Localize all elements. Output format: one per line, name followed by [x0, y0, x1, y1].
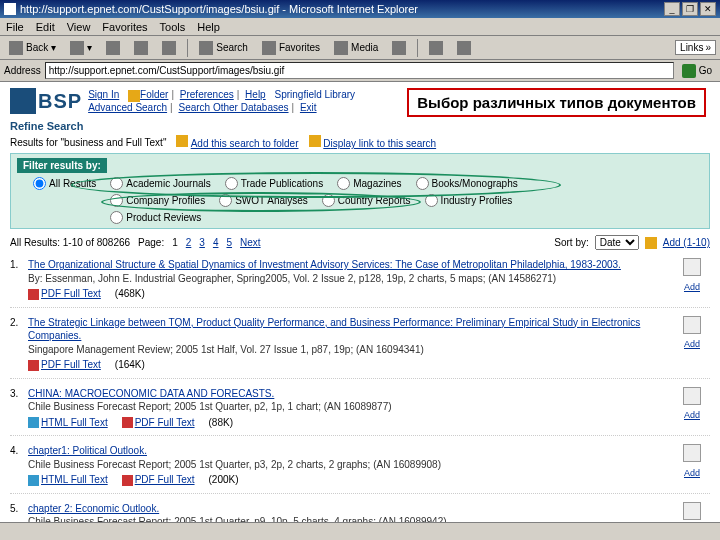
media-button[interactable]: Media: [329, 39, 383, 57]
menu-help[interactable]: Help: [197, 21, 220, 33]
toolbar: Back▾ ▾ Search Favorites Media Links»: [0, 36, 720, 60]
result-title-link[interactable]: The Organizational Structure & Spatial D…: [28, 259, 621, 270]
minimize-button[interactable]: _: [664, 2, 680, 16]
window-titlebar: http://support.epnet.com/CustSupport/ima…: [0, 0, 720, 18]
result-title-link[interactable]: CHINA: MACROECONOMIC DATA AND FORECASTS.: [28, 388, 274, 399]
add-to-folder-button[interactable]: [683, 502, 701, 520]
file-size: (200K): [209, 474, 239, 485]
link-icon: [309, 135, 321, 147]
back-button[interactable]: Back▾: [4, 39, 61, 57]
search-other-db-link[interactable]: Search Other Databases: [178, 102, 288, 113]
paging-row: All Results: 1-10 of 808266 Page: 1 2 3 …: [10, 235, 710, 250]
print-button[interactable]: [452, 39, 476, 57]
folder-icon: [128, 90, 140, 102]
signin-link[interactable]: Sign In: [88, 89, 119, 100]
menu-tools[interactable]: Tools: [160, 21, 186, 33]
page-3[interactable]: 3: [199, 237, 205, 248]
menu-file[interactable]: File: [6, 21, 24, 33]
add-link[interactable]: Add: [684, 339, 700, 349]
result-number: 1.: [10, 258, 28, 301]
stop-icon: [106, 41, 120, 55]
address-label: Address: [4, 65, 41, 76]
mail-button[interactable]: [424, 39, 448, 57]
menu-view[interactable]: View: [67, 21, 91, 33]
maximize-button[interactable]: ❐: [682, 2, 698, 16]
window-title: http://support.epnet.com/CustSupport/ima…: [20, 3, 418, 15]
add-to-folder-button[interactable]: [683, 316, 701, 334]
menu-edit[interactable]: Edit: [36, 21, 55, 33]
html-icon: [28, 417, 39, 428]
pdf-icon: [28, 289, 39, 300]
go-button[interactable]: Go: [678, 63, 716, 79]
results-for-row: Results for "business and Full Text" Add…: [10, 135, 710, 149]
filter-country-reports[interactable]: Country Reports: [322, 194, 411, 207]
favorites-button[interactable]: Favorites: [257, 39, 325, 57]
add-to-folder-button[interactable]: [683, 258, 701, 276]
folder-link[interactable]: Folder: [140, 89, 168, 100]
add-to-folder-button[interactable]: [683, 444, 701, 462]
result-title-link[interactable]: chapter 2: Economic Outlook.: [28, 503, 159, 514]
result-meta: Chile Business Forecast Report; 2005 1st…: [28, 401, 392, 412]
filter-magazines[interactable]: Magazines: [337, 177, 401, 190]
search-button[interactable]: Search: [194, 39, 253, 57]
result-row: 4.chapter1: Political Outlook.Chile Busi…: [10, 444, 710, 494]
html-fulltext-link[interactable]: HTML Full Text: [41, 417, 108, 428]
pdf-fulltext-link[interactable]: PDF Full Text: [41, 359, 101, 370]
filter-trade-publications[interactable]: Trade Publications: [225, 177, 323, 190]
result-title-link[interactable]: The Strategic Linkage between TQM, Produ…: [28, 317, 640, 342]
filter-product-reviews[interactable]: Product Reviews: [110, 211, 201, 224]
add-all-link[interactable]: Add (1-10): [663, 237, 710, 248]
page-4[interactable]: 4: [213, 237, 219, 248]
close-button[interactable]: ✕: [700, 2, 716, 16]
result-title-link[interactable]: chapter1: Political Outlook.: [28, 445, 147, 456]
history-button[interactable]: [387, 39, 411, 57]
file-size: (468K): [115, 288, 145, 299]
search-icon: [199, 41, 213, 55]
page-current: 1: [172, 237, 178, 248]
go-icon: [682, 64, 696, 78]
forward-button[interactable]: ▾: [65, 39, 97, 57]
filter-swot-analyses[interactable]: SWOT Analyses: [219, 194, 308, 207]
refresh-icon: [134, 41, 148, 55]
ie-icon: [4, 3, 16, 15]
page-5[interactable]: 5: [226, 237, 232, 248]
file-size: (88K): [209, 417, 233, 428]
refresh-button[interactable]: [129, 39, 153, 57]
menubar: File Edit View Favorites Tools Help: [0, 18, 720, 36]
pdf-fulltext-link[interactable]: PDF Full Text: [135, 417, 195, 428]
html-fulltext-link[interactable]: HTML Full Text: [41, 474, 108, 485]
links-box[interactable]: Links»: [675, 40, 716, 55]
home-button[interactable]: [157, 39, 181, 57]
folder-add-icon: [176, 135, 188, 147]
add-link[interactable]: Add: [684, 468, 700, 478]
add-search-link[interactable]: Add this search to folder: [191, 138, 299, 149]
advanced-search-link[interactable]: Advanced Search: [88, 102, 167, 113]
refine-search-heading: Refine Search: [10, 120, 710, 132]
add-link[interactable]: Add: [684, 410, 700, 420]
star-icon: [262, 41, 276, 55]
page-label: Page:: [138, 237, 164, 248]
sort-select[interactable]: Date: [595, 235, 639, 250]
address-input[interactable]: [45, 62, 674, 79]
filter-industry-profiles[interactable]: Industry Profiles: [425, 194, 513, 207]
filter-all-results[interactable]: All Results: [33, 177, 96, 190]
pdf-icon: [28, 360, 39, 371]
result-number: 4.: [10, 444, 28, 487]
display-link-link[interactable]: Display link to this search: [323, 138, 436, 149]
filter-academic-journals[interactable]: Academic Journals: [110, 177, 210, 190]
preferences-link[interactable]: Preferences: [180, 89, 234, 100]
page-next[interactable]: Next: [240, 237, 261, 248]
pdf-fulltext-link[interactable]: PDF Full Text: [135, 474, 195, 485]
filter-company-profiles[interactable]: Company Profiles: [110, 194, 205, 207]
pdf-fulltext-link[interactable]: PDF Full Text: [41, 288, 101, 299]
menu-favorites[interactable]: Favorites: [102, 21, 147, 33]
stop-button[interactable]: [101, 39, 125, 57]
filter-books-monographs[interactable]: Books/Monographs: [416, 177, 518, 190]
page-2[interactable]: 2: [186, 237, 192, 248]
help-link[interactable]: Help: [245, 89, 266, 100]
add-to-folder-button[interactable]: [683, 387, 701, 405]
exit-link[interactable]: Exit: [300, 102, 317, 113]
result-number: 2.: [10, 316, 28, 372]
add-link[interactable]: Add: [684, 282, 700, 292]
result-row: 1.The Organizational Structure & Spatial…: [10, 258, 710, 308]
